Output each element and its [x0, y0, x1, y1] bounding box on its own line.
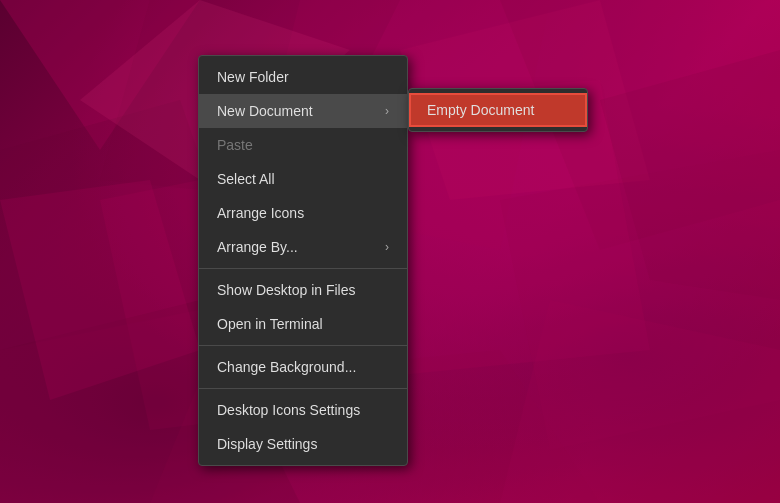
menu-item-display-settings[interactable]: Display Settings	[199, 427, 407, 461]
menu-item-new-document[interactable]: New Document ›	[199, 94, 407, 128]
submenu-new-document: Empty Document	[408, 88, 588, 132]
menu-item-desktop-icons-settings[interactable]: Desktop Icons Settings	[199, 393, 407, 427]
submenu-item-label: Empty Document	[427, 102, 534, 118]
menu-item-select-all[interactable]: Select All	[199, 162, 407, 196]
menu-item-label: Select All	[217, 171, 275, 187]
menu-item-arrange-by[interactable]: Arrange By... ›	[199, 230, 407, 264]
menu-item-label: Paste	[217, 137, 253, 153]
menu-item-label: Arrange By...	[217, 239, 298, 255]
menu-item-paste: Paste	[199, 128, 407, 162]
menu-item-arrange-icons[interactable]: Arrange Icons	[199, 196, 407, 230]
separator-3	[199, 388, 407, 389]
submenu-chevron-icon: ›	[385, 104, 389, 118]
menu-item-label: Desktop Icons Settings	[217, 402, 360, 418]
menu-item-label: Open in Terminal	[217, 316, 323, 332]
separator-1	[199, 268, 407, 269]
menu-item-label: New Folder	[217, 69, 289, 85]
menu-item-label: New Document	[217, 103, 313, 119]
context-menu: New Folder New Document › Paste Select A…	[198, 55, 408, 466]
submenu-chevron-icon-2: ›	[385, 240, 389, 254]
separator-2	[199, 345, 407, 346]
menu-item-open-in-terminal[interactable]: Open in Terminal	[199, 307, 407, 341]
context-menu-wrapper: New Folder New Document › Paste Select A…	[198, 55, 588, 466]
menu-item-new-folder[interactable]: New Folder	[199, 60, 407, 94]
menu-item-show-desktop-in-files[interactable]: Show Desktop in Files	[199, 273, 407, 307]
menu-item-change-background[interactable]: Change Background...	[199, 350, 407, 384]
menu-item-label: Arrange Icons	[217, 205, 304, 221]
submenu-item-empty-document[interactable]: Empty Document	[409, 93, 587, 127]
menu-item-label: Show Desktop in Files	[217, 282, 356, 298]
menu-item-label: Change Background...	[217, 359, 356, 375]
menu-item-label: Display Settings	[217, 436, 317, 452]
